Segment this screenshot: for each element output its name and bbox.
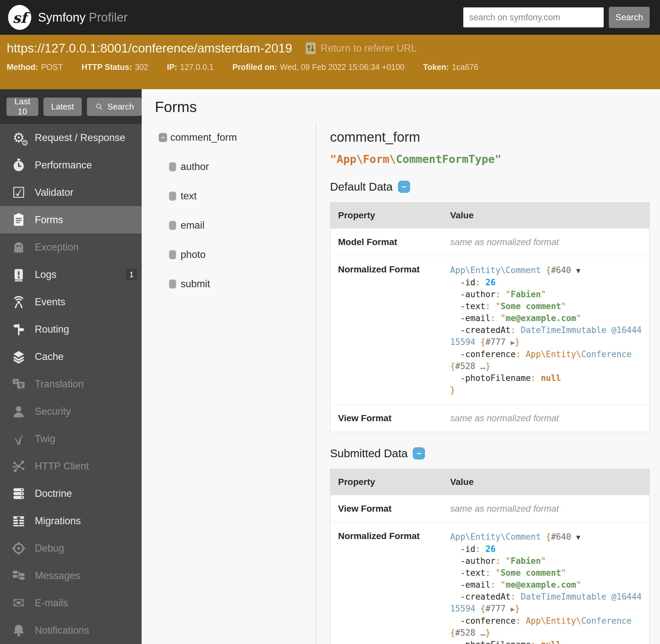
return-arrows-icon	[305, 42, 316, 55]
twig-icon	[11, 431, 26, 446]
sidebar-item-label: Cache	[35, 351, 64, 363]
sidebar-item-events[interactable]: Events	[0, 288, 142, 316]
expand-caret-icon[interactable]: ▶	[511, 605, 515, 613]
sidebar-item-label: Migrations	[35, 515, 81, 527]
tree-node-label: email	[181, 220, 205, 231]
value-cell: App\Entity\Comment {#640 ▼ -id: 26 -auth…	[442, 256, 650, 405]
tree-node-text[interactable]: text	[169, 181, 315, 211]
column-header-value: Value	[442, 203, 650, 229]
property-cell: View Format	[330, 405, 443, 432]
expand-caret-icon[interactable]: ▶	[511, 339, 515, 346]
sidebar-item-validator[interactable]: ☑Validator	[0, 179, 142, 206]
sidebar-item-label: Translation	[35, 378, 84, 390]
column-header-property: Property	[330, 469, 443, 495]
sidebar-item-label: Request / Response	[35, 132, 125, 144]
sidebar-item-label: Performance	[35, 159, 92, 171]
sidebar-item-label: E-mails	[35, 597, 68, 609]
tree-root-label: comment_form	[170, 132, 237, 143]
main-panel: Forms − comment_form authortextemailphot…	[142, 89, 660, 644]
form-type-namespace: "App\Form\	[330, 153, 396, 165]
table-submitted-data: PropertyValueView Formatsame as normaliz…	[330, 469, 650, 644]
sidebar-item-label: Debug	[35, 543, 64, 554]
search-button[interactable]: Search	[87, 97, 142, 116]
check-square-icon: ☑	[11, 185, 26, 200]
column-header-value: Value	[442, 469, 650, 495]
sidebar-item-security: Security	[0, 398, 142, 425]
tree-node-email[interactable]: email	[169, 211, 315, 240]
tree-node-label: photo	[181, 249, 206, 260]
person-icon	[11, 404, 26, 419]
tree-bullet-icon	[169, 162, 176, 171]
column-header-property: Property	[330, 203, 443, 229]
messages-icon	[11, 568, 26, 583]
table-row: Normalized FormatApp\Entity\Comment {#64…	[330, 256, 650, 405]
bell-icon	[11, 623, 26, 638]
tree-bullet-icon	[169, 279, 176, 289]
collapse-toggle-icon[interactable]: −	[159, 133, 167, 142]
section-heading-default-data: Default Data−	[330, 180, 650, 193]
tree-node-submit[interactable]: submit	[169, 269, 315, 299]
table-row: Model Formatsame as normalized format	[330, 229, 650, 256]
tree-node-photo[interactable]: photo	[169, 240, 315, 269]
log-book-icon	[11, 267, 26, 282]
section-collapse-toggle[interactable]: −	[413, 447, 425, 460]
status-bar: https://127.0.0.1:8001/conference/amster…	[0, 35, 660, 89]
tree-children: authortextemailphotosubmit	[159, 152, 315, 299]
database-icon	[11, 486, 26, 501]
sidebar-item-label: Twig	[35, 433, 55, 445]
brand-symfony: Symfony	[38, 10, 86, 24]
top-bar: sf SymfonyProfiler Search	[0, 0, 660, 35]
tree-bullet-icon	[169, 191, 176, 201]
app-title: SymfonyProfiler	[38, 10, 127, 24]
meta-method: Method:POST	[7, 63, 63, 72]
section-collapse-toggle[interactable]: −	[398, 181, 410, 193]
magnifier-icon	[95, 102, 104, 111]
property-cell: Normalized Format	[330, 256, 443, 405]
latest-button[interactable]: Latest	[44, 97, 82, 116]
profiled-url: https://127.0.0.1:8001/conference/amster…	[7, 41, 292, 55]
collapse-caret-icon[interactable]: ▼	[576, 533, 581, 541]
tree-bullet-icon	[169, 250, 176, 259]
layers-icon	[11, 349, 26, 365]
property-cell: Normalized Format	[330, 523, 443, 644]
meta-ip: IP:127.0.0.1	[167, 63, 214, 72]
sidebar-item-cache[interactable]: Cache	[0, 343, 142, 370]
section-heading-submitted-data: Submitted Data−	[330, 447, 650, 460]
svg-text:a: a	[14, 379, 17, 385]
sidebar-item-doctrine[interactable]: Doctrine	[0, 480, 142, 507]
page-title: Forms	[142, 89, 660, 116]
sidebar-item-label: Logs	[35, 269, 56, 280]
return-to-referer-link[interactable]: Return to referer URL	[305, 42, 417, 55]
value-cell: App\Entity\Comment {#640 ▼ -id: 26 -auth…	[442, 523, 650, 644]
var-dump: App\Entity\Comment {#640 ▼ -id: 26 -auth…	[450, 264, 642, 396]
form-tree-panel: − comment_form authortextemailphotosubmi…	[142, 122, 316, 644]
last-10-button[interactable]: Last 10	[6, 97, 38, 116]
sidebar-item-request-response[interactable]: ⚙⚙Request / Response	[0, 124, 142, 151]
tree-node-author[interactable]: author	[169, 152, 315, 181]
sidebar-item-label: Notifications	[35, 625, 89, 636]
count-badge: 1	[126, 269, 137, 280]
sidebar-item-label: Messages	[35, 570, 80, 581]
meta-token: Token:1ca676	[423, 63, 478, 72]
form-type-classname: CommentFormType"	[396, 153, 502, 165]
sidebar-item-forms[interactable]: Forms	[0, 206, 142, 233]
gears-icon: ⚙⚙	[11, 130, 26, 145]
sidebar-item-performance[interactable]: Performance	[0, 151, 142, 179]
meta-http-status: HTTP Status:302	[81, 63, 148, 72]
sidebar-item-routing[interactable]: Routing	[0, 316, 142, 343]
sidebar-item-exception: Exception	[0, 233, 142, 261]
sidebar-item-e-mails: ✉E-mails	[0, 589, 142, 617]
request-meta: Method:POSTHTTP Status:302IP:127.0.0.1Pr…	[7, 63, 650, 72]
signpost-icon	[11, 322, 26, 337]
app-body: Last 10LatestSearch ⚙⚙Request / Response…	[0, 89, 660, 644]
search-input[interactable]	[463, 7, 604, 27]
collapse-caret-icon[interactable]: ▼	[576, 267, 581, 275]
search-button[interactable]: Search	[609, 7, 650, 28]
sidebar-item-logs[interactable]: Logs1	[0, 261, 142, 288]
sidebar-item-http-client: HTTP Client	[0, 453, 142, 480]
sidebar-item-label: Routing	[35, 324, 69, 335]
sidebar: Last 10LatestSearch ⚙⚙Request / Response…	[0, 89, 142, 644]
sidebar-item-migrations[interactable]: Migrations	[0, 507, 142, 534]
sidebar-item-debug: Debug	[0, 534, 142, 562]
tree-node-comment-form[interactable]: − comment_form	[159, 128, 315, 147]
